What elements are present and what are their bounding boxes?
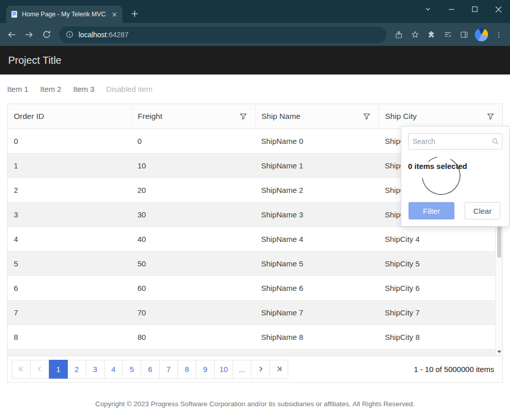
maximize-button[interactable] — [463, 0, 487, 18]
pager-page-button[interactable]: 10 — [214, 360, 233, 379]
cell-ship-name: ShipName 1 — [255, 153, 379, 178]
column-header-order-id[interactable]: Order ID — [8, 104, 132, 129]
column-title: Order ID — [14, 112, 44, 120]
clear-button[interactable]: Clear — [465, 202, 500, 219]
browser-menu-icon[interactable] — [491, 27, 507, 43]
page-title: Project Title — [8, 55, 61, 66]
table-row[interactable]: 5 50 ShipName 5 ShipCity 5 — [8, 251, 502, 276]
pager-page-button[interactable]: 4 — [104, 360, 123, 379]
loading-spinner-icon — [420, 154, 463, 197]
url-host: localhost — [79, 31, 107, 39]
browser-toolbar: localhost:64287 — [0, 23, 510, 46]
menu-item-2[interactable]: Item 2 — [40, 85, 62, 93]
favicon-icon — [10, 10, 18, 18]
url-bar[interactable]: localhost:64287 — [59, 27, 387, 43]
pager-page-button[interactable]: 7 — [159, 360, 178, 379]
cell-ship-name: ShipName 7 — [255, 300, 379, 325]
cell-freight: 0 — [132, 129, 256, 153]
window-controls — [416, 0, 510, 18]
pager-page-button[interactable]: 6 — [141, 360, 160, 379]
profile-avatar[interactable] — [475, 28, 488, 41]
cell-ship-city: ShipCity 4 — [379, 227, 503, 251]
filter-popup-buttons: Filter Clear — [409, 202, 500, 219]
cell-freight: 30 — [132, 202, 256, 227]
filter-funnel-icon[interactable] — [363, 113, 370, 120]
column-title: Ship Name — [262, 112, 301, 120]
filter-funnel-icon[interactable] — [240, 113, 247, 120]
extensions-puzzle-icon[interactable] — [423, 27, 440, 43]
pager-page-button[interactable]: 2 — [67, 360, 86, 379]
tab-close-icon[interactable] — [110, 10, 118, 18]
cell-ship-city: ShipCity 8 — [379, 325, 503, 349]
side-panel-icon[interactable] — [456, 27, 472, 43]
filter-button[interactable]: Filter — [409, 202, 454, 219]
cell-freight: 70 — [132, 300, 256, 325]
bookmark-star-icon[interactable] — [407, 27, 423, 43]
cell-freight: 20 — [132, 178, 256, 202]
menubar: Item 1 Item 2 Item 3 Disabled item — [0, 75, 510, 104]
footer-copyright: Copyright © 2023 Progress Software Corpo… — [0, 400, 510, 408]
cell-order-id: 1 — [8, 153, 132, 178]
filter-search-input[interactable] — [408, 133, 502, 150]
pager-page-button[interactable]: 5 — [122, 360, 141, 379]
menu-item-1[interactable]: Item 1 — [7, 85, 29, 93]
reading-list-icon[interactable] — [440, 27, 456, 43]
reload-icon[interactable] — [38, 26, 55, 43]
cell-ship-name: ShipName 8 — [255, 325, 379, 349]
cell-ship-city: ShipCity 6 — [379, 276, 503, 300]
cell-order-id: 2 — [8, 178, 132, 202]
pager-page-button[interactable]: 1 — [49, 360, 68, 379]
cell-order-id: 4 — [8, 227, 132, 251]
close-button[interactable] — [487, 0, 510, 18]
cell-freight: 60 — [132, 276, 256, 300]
table-row[interactable]: 4 40 ShipName 4 ShipCity 4 — [8, 227, 502, 251]
pager-page-button[interactable]: 9 — [196, 360, 215, 379]
minimize-button[interactable] — [440, 0, 463, 18]
share-icon[interactable] — [391, 27, 407, 43]
cell-order-id: 0 — [8, 129, 132, 153]
pager-pages: 12345678910... — [49, 360, 251, 379]
table-row[interactable]: 6 60 ShipName 6 ShipCity 6 — [8, 276, 502, 300]
new-tab-button[interactable] — [128, 7, 142, 21]
pager-first-button[interactable] — [12, 360, 31, 379]
table-row[interactable]: 7 70 ShipName 7 ShipCity 7 — [8, 300, 502, 325]
cell-order-id: 3 — [8, 202, 132, 227]
cell-order-id: 6 — [8, 276, 132, 300]
cell-freight: 10 — [132, 153, 256, 178]
cell-order-id: 8 — [8, 325, 132, 349]
column-header-ship-city[interactable]: Ship City — [379, 104, 503, 129]
cell-ship-name: ShipName 3 — [255, 202, 379, 227]
partial-row — [8, 350, 502, 356]
site-info-icon[interactable] — [65, 30, 74, 39]
menu-item-disabled: Disabled item — [106, 85, 152, 93]
cell-freight: 50 — [132, 251, 256, 276]
cell-ship-city: ShipCity 7 — [379, 300, 503, 325]
pager-next-button[interactable] — [251, 360, 270, 379]
cell-ship-name: ShipName 6 — [255, 276, 379, 300]
pager-ellipsis-button[interactable]: ... — [233, 360, 251, 379]
scrollbar-down-arrow-icon[interactable] — [497, 351, 501, 353]
forward-icon[interactable] — [20, 26, 38, 43]
pager-prev-button[interactable] — [30, 360, 49, 379]
back-icon[interactable] — [3, 26, 20, 43]
items-selected-label: 0 items selected — [408, 162, 502, 170]
filter-funnel-icon[interactable] — [487, 113, 494, 120]
cell-freight: 80 — [132, 325, 256, 349]
app-header: Project Title — [0, 46, 510, 75]
pager-page-button[interactable]: 3 — [86, 360, 105, 379]
cell-ship-city: ShipCity 5 — [379, 251, 503, 276]
column-title: Freight — [138, 112, 162, 120]
table-row[interactable]: 8 80 ShipName 8 ShipCity 8 — [8, 325, 502, 349]
browser-tabstrip: Home Page - My Telerik MVC Ap — [0, 0, 510, 23]
column-header-freight[interactable]: Freight — [132, 104, 256, 129]
menu-item-3[interactable]: Item 3 — [73, 85, 94, 93]
chevron-down-icon[interactable] — [416, 0, 440, 18]
url-port: :64287 — [107, 31, 129, 39]
column-header-ship-name[interactable]: Ship Name — [255, 104, 379, 129]
pager-buttons: 12345678910... — [12, 360, 288, 379]
filter-search-box — [408, 133, 502, 150]
pager-last-button[interactable] — [269, 360, 288, 379]
cell-ship-name: ShipName 4 — [255, 227, 379, 251]
pager-page-button[interactable]: 8 — [177, 360, 196, 379]
browser-tab[interactable]: Home Page - My Telerik MVC Ap — [6, 6, 122, 23]
